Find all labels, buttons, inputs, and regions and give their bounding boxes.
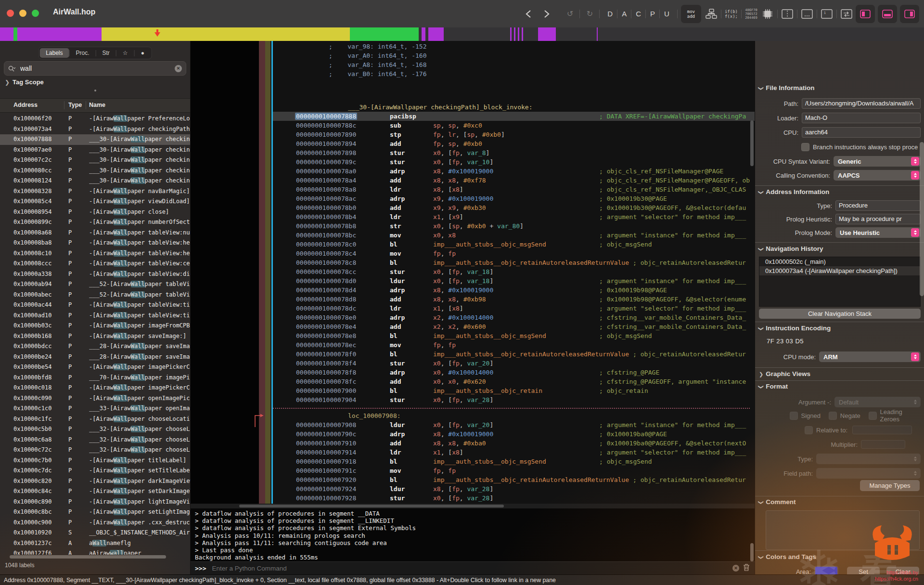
disassembly-line[interactable]: 00000001000078e0adrpx2, #0x100014000; cf… <box>273 313 755 322</box>
table-header[interactable]: Address Type Name <box>0 98 190 113</box>
table-row[interactable]: 0x10000abecP___52-[AirawWallpaper tableV… <box>0 290 190 300</box>
cpu-mode-select[interactable]: ARM <box>819 351 921 362</box>
column-address[interactable]: Address <box>13 102 38 108</box>
disassembly-line[interactable]: 0000000100007914ldrx1, [x8]; argument "s… <box>273 448 755 457</box>
letter-button-d[interactable]: D <box>603 10 617 18</box>
cpu-chip-icon[interactable] <box>761 5 774 23</box>
disassembly-line[interactable]: 00000001000078d4adrpx8, #0x100019000; 0x… <box>273 286 755 295</box>
table-row[interactable]: 0x10000c890P-[AirawWallpaper lightImageV… <box>0 497 190 507</box>
table-row[interactable]: 0x10000ac44P-[AirawWallpaper tableView:t… <box>0 300 190 311</box>
swap-panes-icon[interactable] <box>840 5 853 23</box>
minimap-segment[interactable] <box>17 27 102 41</box>
table-row[interactable]: 0x100007c2cP___30-[AirawWallpaper checki… <box>0 155 190 166</box>
table-row[interactable]: 0x100008a68P-[AirawWallpaper tableView:n… <box>0 228 190 238</box>
table-row[interactable]: 0x10000c900P-[AirawWallpaper .cxx_destru… <box>0 518 190 528</box>
table-row[interactable]: 0x10000b03cP-[AirawWallpaper imageFromCP… <box>0 321 190 331</box>
table-row[interactable]: 0x100006f20P-[AirawWallpaper PreferenceL… <box>0 114 190 124</box>
section-format[interactable]: ❯Format <box>759 383 788 390</box>
table-row[interactable]: 0x100007ae0P___30-[AirawWallpaper checki… <box>0 145 190 156</box>
path-field[interactable]: /Users/zhongming/Downloads/airwall/A <box>802 98 921 109</box>
pseudocode-icon[interactable]: if(b)f(x); <box>725 5 738 23</box>
single-pane-icon[interactable]: 1 <box>821 5 833 23</box>
table-row[interactable]: 0x100008cccP-[AirawWallpaper tableView:c… <box>0 259 190 269</box>
disassembly-line[interactable]: 00000001000078b0addx9, x9, #0xb30; 0x100… <box>273 203 755 212</box>
clear-console-icon[interactable]: ✕ <box>732 565 739 572</box>
minimap-segment[interactable] <box>538 27 556 41</box>
navigation-history-item[interactable]: 0x1000073a4 (-[AirawWallpaper checkingPa… <box>759 266 920 275</box>
disassembly-line[interactable]: 0000000100007898sturx0, [fp, var_8] <box>273 148 755 157</box>
minimize-window-button[interactable] <box>19 10 26 17</box>
table-row[interactable]: 0x10000c6a8P___32-[AirawWallpaper choose… <box>0 435 190 445</box>
area-clear-button[interactable]: Clear <box>886 567 919 575</box>
comment-textarea[interactable] <box>766 510 920 550</box>
navigation-history-list[interactable]: 0x10000502c (_main)0x1000073a4 (-[AirawW… <box>759 257 921 307</box>
zoom-window-button[interactable] <box>32 10 39 17</box>
letter-button-u[interactable]: U <box>660 10 674 18</box>
table-row[interactable]: 0x10000be54P-[AirawWallpaper imagePicker… <box>0 362 190 373</box>
disassembly-line[interactable]: 000000010000789csturx0, [fp, var_10] <box>273 157 755 167</box>
calling-convention-select[interactable]: AAPCS <box>834 170 921 181</box>
disassembly-line[interactable]: 0000000100007920blimp___auth_stubs__objc… <box>273 475 755 484</box>
table-row[interactable]: 0x10000c5b0P___32-[AirawWallpaper choose… <box>0 424 190 435</box>
disassembly-code[interactable]: ; var_98: int64_t, -152; var_A0: int64_t… <box>273 41 755 503</box>
sidebar-tab-proc[interactable]: Proc. <box>70 48 96 58</box>
disassembly-line[interactable]: 00000001000078fcaddx0, x0, #0x620; cfstr… <box>273 377 755 386</box>
clear-navigation-stack-button[interactable]: Clear Navigation Stack <box>759 309 921 319</box>
minimap-segment[interactable] <box>13 27 17 41</box>
table-row[interactable]: 0x100008ba8P-[AirawWallpaper tableView:h… <box>0 238 190 248</box>
disassembly-line[interactable]: 00000001000078c0blimp___auth_stubs__objc… <box>273 240 755 249</box>
disassembly-line[interactable]: 0000000100007904sturx0, [fp, var_28] <box>273 395 755 404</box>
sidebar-hscrollbar[interactable] <box>10 555 166 559</box>
section-address-information[interactable]: ❯Address Information <box>759 188 829 195</box>
disassembly-line[interactable]: 0000000100007890stpfp, lr, [sp, #0xb0] <box>273 130 755 139</box>
tag-scope-disclosure[interactable]: ❯Tag Scope <box>5 78 44 86</box>
table-row[interactable]: 0x10000c84cP-[AirawWallpaper setDarkImag… <box>0 486 190 497</box>
table-row[interactable]: 0x10000bfd8P___70-[AirawWallpaper imageP… <box>0 373 190 383</box>
disassembly-line[interactable]: 00000001000078a8ldrx8, [x8]; objc_cls_re… <box>273 185 755 194</box>
sidebar-tab-labels[interactable]: Labels <box>39 48 69 58</box>
minimap-segment[interactable] <box>350 27 419 41</box>
clear-search-icon[interactable]: ✕ <box>175 65 182 72</box>
table-row[interactable]: 0x10001237cAaWallnameflg <box>0 538 190 549</box>
table-row[interactable]: 0x100008328P-[AirawWallpaper navBarMagic… <box>0 186 190 197</box>
table-row[interactable]: 0x10000ab94P___52-[AirawWallpaper tableV… <box>0 279 190 290</box>
disassembly-line[interactable]: 00000001000078ecmovfp, fp <box>273 340 755 350</box>
table-row[interactable]: 0x10000b168P-[AirawWallpaper saveImage:] <box>0 331 190 342</box>
sidebar-tab-str[interactable]: Str <box>96 48 116 58</box>
python-console[interactable]: > dataflow analysis of procedures in seg… <box>191 508 755 574</box>
table-row[interactable]: 0x10000bdccP___28-[AirawWallpaper saveIm… <box>0 341 190 352</box>
table-row[interactable]: 0x10000c1fcP-[AirawWallpaper chooseLocat… <box>0 414 190 425</box>
hex-mode-icon[interactable]: 486F70706572204469 <box>745 5 757 23</box>
loader-field[interactable]: Mach-O <box>802 113 921 123</box>
sidebar-resize-handle[interactable] <box>94 90 96 91</box>
disasm-vscrollbar[interactable] <box>750 120 754 166</box>
section-graphic-views[interactable]: ❯Graphic Views <box>759 370 810 377</box>
disassembly-line[interactable]: 0000000100007894addfp, sp, #0xb0 <box>273 139 755 148</box>
split-vertical-pane-icon[interactable] <box>781 5 794 23</box>
minimap-segment[interactable] <box>510 27 512 41</box>
section-file-information[interactable]: ❯File Information <box>759 84 814 91</box>
section-instruction-encoding[interactable]: ❯Instruction Encoding <box>759 325 831 332</box>
disassembly-line[interactable]: 00000001000078f0blimp___auth_stubs__objc… <box>273 350 755 359</box>
section-comment[interactable]: ❯Comment <box>759 498 796 506</box>
disassembly-line[interactable]: 00000001000078dcldrx1, [x8]; argument "s… <box>273 304 755 313</box>
table-row[interactable]: 0x100007888P___30-[AirawWallpaper checki… <box>0 134 190 145</box>
disassembly-line[interactable]: 00000001000078d8addx8, x8, #0xb98; 0x100… <box>273 295 755 304</box>
table-row[interactable]: 0x10000c1c0P___33-[AirawWallpaper openIm… <box>0 403 190 414</box>
table-row[interactable]: 0x1000080ccP___30-[AirawWallpaper checki… <box>0 166 190 176</box>
table-row[interactable]: 0x10000c018P-[AirawWallpaper imagePicker… <box>0 383 190 393</box>
minimap-segment[interactable] <box>518 27 519 41</box>
disassembly-line[interactable]: 000000010000791cmovfp, fp <box>273 466 755 475</box>
sidebar-tab-[interactable]: ● <box>135 48 151 58</box>
minimap-segment[interactable] <box>597 27 598 41</box>
minimap-segment[interactable] <box>522 27 523 41</box>
console-scrollbar[interactable] <box>750 543 754 561</box>
table-row[interactable]: 0x10000ad10P-[AirawWallpaper tableView:t… <box>0 311 190 321</box>
cfg-graph-icon[interactable] <box>705 5 718 23</box>
table-row[interactable]: 0x10000a338P-[AirawWallpaper tableView:d… <box>0 269 190 280</box>
disassembly-line[interactable]: 00000001000078c4movfp, fp <box>273 249 755 258</box>
disassembly-line[interactable]: 0000000100007910addx8, x8, #0xba0; 0x100… <box>273 439 755 448</box>
disassembly-line[interactable]: 0000000100007918blimp___auth_stubs__objc… <box>273 457 755 466</box>
table-row[interactable]: 0x10000c7dcP-[AirawWallpaper setTitleLab… <box>0 466 190 476</box>
table-row[interactable]: 0x10000c7b0P-[AirawWallpaper titleLabel] <box>0 455 190 466</box>
